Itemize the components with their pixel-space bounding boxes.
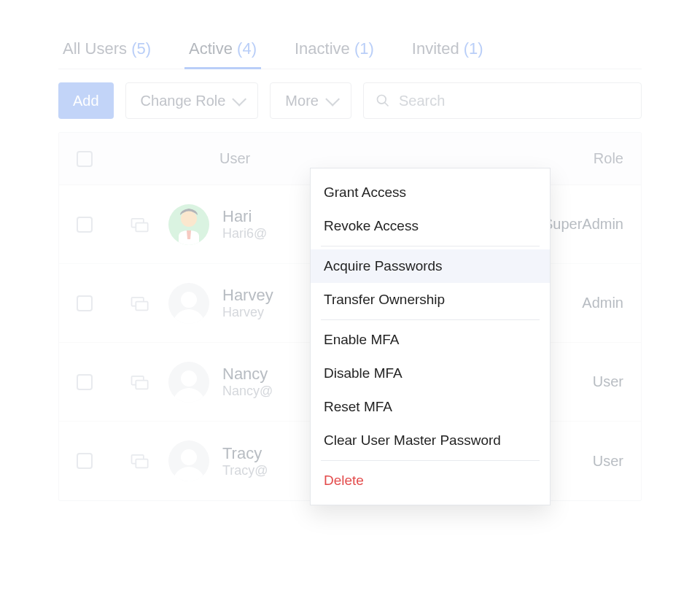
svg-point-0 <box>377 96 386 104</box>
menu-separator <box>321 246 540 247</box>
tabs: All Users (5) Active (4) Inactive (1) In… <box>58 29 642 69</box>
toolbar: Add Change Role More <box>58 82 642 119</box>
svg-point-4 <box>181 211 197 227</box>
user-email: Hari6@ <box>222 226 267 241</box>
tab-count: (1) <box>354 39 374 58</box>
column-header-user: User <box>168 150 511 167</box>
add-label: Add <box>73 93 99 109</box>
column-header-role: Role <box>511 150 641 167</box>
change-role-label: Change Role <box>141 93 226 109</box>
tab-active[interactable]: Active (4) <box>184 29 261 69</box>
user-email: Tracy@ <box>222 463 268 478</box>
menu-item-delete[interactable]: Delete <box>311 464 550 497</box>
chevron-down-icon <box>233 92 247 106</box>
change-role-button[interactable]: Change Role <box>125 82 259 119</box>
more-button[interactable]: More <box>270 82 351 119</box>
tab-count: (4) <box>237 39 257 58</box>
tab-label: Invited <box>412 39 459 58</box>
row-checkbox[interactable] <box>77 453 93 469</box>
avatar <box>168 283 209 324</box>
user-name: Tracy <box>222 444 268 463</box>
svg-line-1 <box>384 103 388 106</box>
status-icon <box>110 214 168 235</box>
avatar <box>168 204 209 245</box>
menu-item-revoke-access[interactable]: Revoke Access <box>311 209 550 243</box>
tab-count: (5) <box>131 39 151 58</box>
tab-count: (1) <box>464 39 483 58</box>
row-checkbox[interactable] <box>77 295 93 311</box>
chevron-down-icon <box>325 92 340 106</box>
menu-item-reset-mfa[interactable]: Reset MFA <box>311 390 550 424</box>
tab-label: Inactive <box>295 39 350 58</box>
menu-item-grant-access[interactable]: Grant Access <box>311 176 550 209</box>
avatar <box>168 362 209 403</box>
tab-all-users[interactable]: All Users (5) <box>58 29 155 69</box>
tab-invited[interactable]: Invited (1) <box>408 29 488 69</box>
status-icon <box>110 293 168 314</box>
menu-separator <box>321 319 540 320</box>
more-dropdown-menu: Grant Access Revoke Access Acquire Passw… <box>310 168 551 505</box>
menu-item-disable-mfa[interactable]: Disable MFA <box>311 357 550 390</box>
tab-label: Active <box>189 39 233 58</box>
menu-item-enable-mfa[interactable]: Enable MFA <box>311 323 550 357</box>
svg-rect-8 <box>136 380 147 389</box>
menu-item-clear-master-password[interactable]: Clear User Master Password <box>311 424 550 457</box>
add-button[interactable]: Add <box>58 82 114 119</box>
user-name: Hari <box>222 207 267 226</box>
user-email: Nancy@ <box>222 384 273 399</box>
user-email: Harvey <box>222 305 273 320</box>
status-icon <box>110 372 168 392</box>
menu-item-transfer-ownership[interactable]: Transfer Ownership <box>311 283 550 317</box>
svg-rect-6 <box>136 301 147 310</box>
search-input[interactable] <box>399 93 629 109</box>
search-field[interactable] <box>363 82 642 119</box>
avatar <box>168 440 209 481</box>
user-name: Nancy <box>222 365 273 384</box>
status-icon <box>110 451 168 471</box>
row-checkbox[interactable] <box>77 374 93 390</box>
menu-separator <box>321 460 540 461</box>
tab-inactive[interactable]: Inactive (1) <box>290 29 378 69</box>
search-icon <box>376 93 390 108</box>
menu-item-acquire-passwords[interactable]: Acquire Passwords <box>311 249 550 283</box>
select-all-checkbox[interactable] <box>77 151 93 167</box>
more-label: More <box>285 93 319 109</box>
tab-label: All Users <box>63 39 127 58</box>
svg-rect-10 <box>136 459 147 468</box>
svg-rect-3 <box>136 222 147 231</box>
row-checkbox[interactable] <box>77 217 93 233</box>
user-name: Harvey <box>222 286 273 305</box>
